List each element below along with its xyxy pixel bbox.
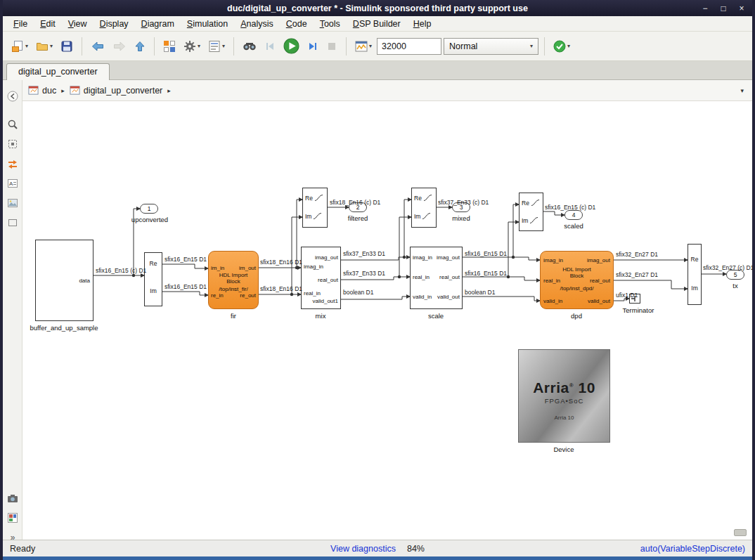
re-label: Re: [305, 195, 313, 202]
breadcrumb-arrow-icon[interactable]: ▸: [166, 87, 172, 94]
save-model-button[interactable]: [58, 36, 76, 57]
stop-button[interactable]: [323, 36, 340, 57]
signal-label: sfix16_En15 D1: [465, 270, 507, 277]
close-button[interactable]: ×: [737, 4, 747, 13]
im-label: Im: [414, 213, 420, 220]
zoom-button[interactable]: [5, 117, 20, 132]
breadcrumb-expander[interactable]: ▾: [737, 86, 747, 96]
menu-analysis[interactable]: Analysis: [234, 18, 280, 30]
menu-code[interactable]: Code: [280, 18, 314, 30]
toolbar-separator: [82, 37, 82, 56]
menu-dsp-builder[interactable]: DSP Builder: [347, 18, 407, 30]
expand-toolbar-button[interactable]: »: [5, 530, 20, 545]
menu-tools[interactable]: Tools: [314, 18, 347, 30]
outport-2-caption: filtered: [348, 214, 368, 222]
signal-label: sfix16_En15 D1: [164, 283, 207, 290]
step-forward-button[interactable]: [304, 36, 321, 57]
outport-4[interactable]: 4: [564, 210, 583, 220]
image-button[interactable]: [5, 195, 20, 211]
block-device-arria10[interactable]: Arria® 10 FPGA•SoC Arria 10: [518, 349, 610, 443]
maximize-button[interactable]: □: [718, 4, 728, 13]
block-real-imag-to-complex-scaled[interactable]: Re Im: [519, 193, 543, 231]
block-real-imag-to-complex-tx[interactable]: Re Im: [688, 244, 702, 305]
title-bar: duc/digital_up_converter * - Simulink sp…: [3, 0, 752, 16]
block-real-imag-to-complex-mixed[interactable]: Re Im: [411, 188, 437, 228]
hdl-body-text: HDL Import: [541, 266, 613, 273]
signal-label: boolean D1: [343, 289, 373, 296]
menu-view[interactable]: View: [62, 18, 93, 30]
color-grid-icon: [7, 512, 18, 523]
area-button[interactable]: [5, 215, 20, 230]
new-model-button[interactable]: ▾: [8, 36, 31, 57]
menu-display[interactable]: Display: [93, 18, 135, 30]
port-label: re_out: [240, 292, 256, 299]
status-text: Ready: [10, 544, 330, 554]
annotation-button[interactable]: A: [5, 176, 20, 191]
hdl-body-text: Block: [209, 278, 258, 285]
open-model-button[interactable]: ▾: [33, 36, 56, 57]
back-button[interactable]: [88, 36, 108, 57]
signal-label: sfix18_En16 D1: [260, 285, 302, 292]
goggles-icon: [243, 41, 257, 51]
block-buffer-and-up-sample[interactable]: data: [35, 240, 93, 321]
diagram-canvas[interactable]: 1 upconverted data buffer_and_up_sample …: [22, 101, 752, 540]
re-label: Re: [414, 195, 422, 202]
horizontal-scrollbar-thumb[interactable]: [734, 529, 747, 536]
simulation-data-inspector-button[interactable]: ▾: [352, 36, 375, 57]
block-scale[interactable]: imag_in imag_out real_in real_out valid_…: [410, 247, 463, 309]
zoom-level: 84%: [407, 544, 425, 554]
update-diagram-button[interactable]: [5, 156, 20, 171]
block-dpd-hdl-import[interactable]: imag_in imag_out HDL Import Block real_i…: [540, 251, 614, 309]
forward-button[interactable]: [110, 36, 129, 57]
fast-restart-button[interactable]: [240, 36, 259, 57]
minimize-button[interactable]: −: [700, 4, 710, 13]
menu-edit[interactable]: Edit: [34, 18, 62, 30]
model-configuration-button[interactable]: ▾: [205, 36, 228, 57]
legend-button[interactable]: [5, 510, 20, 526]
chevron-down-icon: ▾: [222, 43, 225, 49]
im-label: Im: [145, 287, 162, 294]
solver-link[interactable]: auto(VariableStepDiscrete): [425, 544, 745, 554]
breadcrumb: duc ▸ digital_up_converter ▸ ▾: [22, 80, 752, 101]
menu-simulation[interactable]: Simulation: [181, 18, 234, 30]
im-label: Im: [305, 213, 311, 220]
library-browser-button[interactable]: [160, 36, 179, 57]
hide-browser-button[interactable]: [5, 89, 20, 104]
menu-diagram[interactable]: Diagram: [135, 18, 181, 30]
outport-1[interactable]: 1: [140, 204, 158, 214]
breadcrumb-current[interactable]: digital_up_converter: [84, 86, 163, 96]
fit-to-view-button[interactable]: [5, 136, 20, 152]
breadcrumb-root[interactable]: duc: [42, 86, 56, 96]
port-label: im_out: [239, 265, 256, 271]
signal-label: sfix18_En16 (c) D1: [330, 199, 380, 206]
image-icon: [7, 197, 18, 209]
block-real-imag-to-complex-filtered[interactable]: Re Im: [302, 188, 328, 228]
menu-help[interactable]: Help: [407, 18, 438, 30]
signal-wires[interactable]: [22, 101, 752, 540]
signal-label: sfix16_En15 D1: [164, 256, 207, 263]
toolbar-separator: [544, 37, 545, 56]
block-complex-to-real-imag[interactable]: Re Im: [144, 252, 162, 306]
port-label: valid_out: [588, 298, 610, 304]
up-to-parent-button[interactable]: [131, 36, 148, 57]
signal-curve-icon: [313, 212, 322, 220]
sim-mode-select[interactable]: Normal ▾: [444, 38, 538, 55]
port-label: real_out: [318, 277, 338, 283]
signal-curve-icon: [422, 212, 431, 220]
block-mix[interactable]: imag_out imag_in real_out real_in valid_…: [301, 247, 341, 309]
chevron-down-icon: ▾: [369, 43, 372, 49]
tab-digital-up-converter[interactable]: digital_up_converter: [6, 63, 110, 80]
model-settings-button[interactable]: ▾: [181, 36, 203, 57]
view-diagnostics-link[interactable]: View diagnostics: [330, 544, 396, 554]
block-fir-hdl-import[interactable]: im_in im_out HDL Import Block /top/inst_…: [208, 251, 259, 309]
chevron-down-icon: ▾: [530, 43, 533, 49]
sim-stop-time-input[interactable]: [377, 38, 441, 55]
run-button[interactable]: [280, 36, 302, 57]
signal-label: sfix32_En27 (c) D1: [703, 264, 752, 271]
step-back-button[interactable]: [262, 36, 278, 57]
outport-5[interactable]: 5: [726, 270, 744, 280]
viewmark-button[interactable]: [5, 490, 20, 506]
model-advisor-button[interactable]: ▾: [550, 36, 573, 57]
menu-file[interactable]: File: [7, 18, 34, 30]
breadcrumb-arrow-icon[interactable]: ▸: [60, 87, 66, 94]
